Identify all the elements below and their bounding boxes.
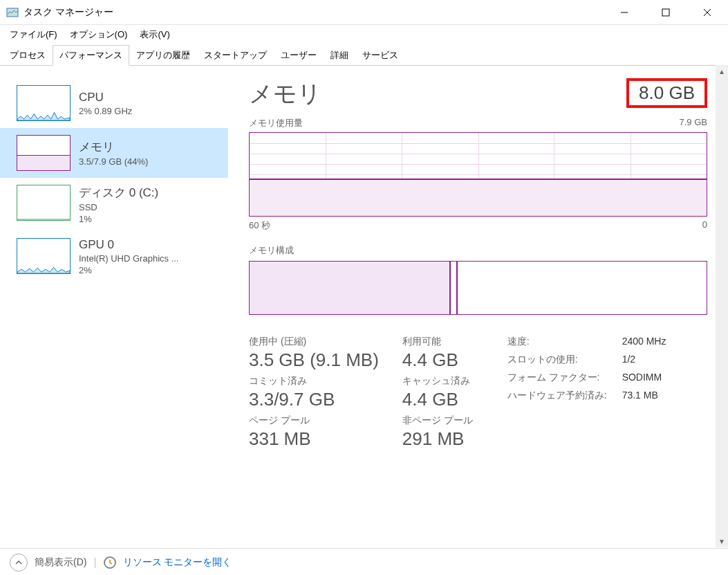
titlebar: タスク マネージャー (0, 0, 728, 25)
chevron-up-icon (15, 558, 23, 567)
menubar: ファイル(F) オプション(O) 表示(V) (0, 25, 728, 44)
memory-composition-chart (249, 261, 707, 315)
tab-performance[interactable]: パフォーマンス (53, 45, 129, 66)
spec-reserved-k: ハードウェア予約済み: (507, 390, 607, 402)
cpu-thumbnail (17, 85, 71, 121)
spec-speed-k: 速度: (507, 336, 607, 348)
tab-services[interactable]: サービス (355, 45, 405, 66)
close-button[interactable] (687, 0, 728, 25)
menu-file[interactable]: ファイル(F) (4, 26, 63, 43)
page-title: メモリ (249, 78, 321, 110)
tab-startup[interactable]: スタートアップ (197, 45, 274, 66)
usage-chart-max: 7.9 GB (680, 117, 707, 129)
disk-thumbnail (17, 185, 71, 221)
stat-cached: キャッシュ済み 4.4 GB (402, 375, 473, 410)
sidebar-memory-sub: 3.5/7.9 GB (44%) (79, 156, 148, 167)
sidebar-memory-name: メモリ (79, 139, 148, 155)
fewer-details-link[interactable]: 簡易表示(D) (35, 556, 86, 569)
sidebar-disk-sub: SSD (79, 202, 158, 212)
scroll-up-icon[interactable]: ▲ (716, 65, 728, 77)
tab-app-history[interactable]: アプリの履歴 (129, 45, 197, 66)
collapse-button[interactable] (10, 554, 28, 572)
spec-form-k: フォーム ファクター: (507, 372, 607, 384)
gpu-thumbnail (17, 238, 71, 274)
composition-label: メモリ構成 (249, 244, 707, 257)
tab-processes[interactable]: プロセス (3, 45, 53, 66)
menu-options[interactable]: オプション(O) (64, 26, 133, 43)
memory-total: 8.0 GB (626, 78, 707, 108)
stat-in-use: 使用中 (圧縮) 3.5 GB (9.1 MB) (249, 336, 379, 371)
axis-right: 0 (702, 219, 707, 232)
tabbar: プロセス パフォーマンス アプリの履歴 スタートアップ ユーザー 詳細 サービス (0, 44, 728, 66)
stat-committed: コミット済み 3.3/9.7 GB (249, 375, 379, 410)
sidebar-disk-name: ディスク 0 (C:) (79, 185, 158, 201)
sidebar-item-cpu[interactable]: CPU 2% 0.89 GHz (0, 78, 228, 128)
sidebar-item-disk[interactable]: ディスク 0 (C:) SSD 1% (0, 178, 228, 231)
sidebar: CPU 2% 0.89 GHz メモリ 3.5/7.9 GB (44%) ディス… (0, 66, 228, 548)
sidebar-cpu-name: CPU (79, 91, 132, 104)
resource-monitor-link[interactable]: リソース モニターを開く (123, 556, 232, 569)
memory-usage-chart (249, 132, 707, 217)
sidebar-gpu-sub: Intel(R) UHD Graphics ... (79, 253, 178, 264)
spec-speed-v: 2400 MHz (622, 336, 666, 348)
footer: 簡易表示(D) | リソース モニターを開く (0, 548, 728, 575)
sidebar-gpu-sub2: 2% (79, 265, 178, 275)
main-panel: メモリ 8.0 GB メモリ使用量 7.9 GB 60 秒 0 メモリ構成 (228, 66, 728, 548)
scrollbar[interactable]: ▲ ▼ (716, 65, 728, 547)
stat-paged: ページ プール 331 MB (249, 414, 379, 450)
menu-view[interactable]: 表示(V) (134, 26, 175, 43)
stat-nonpaged: 非ページ プール 291 MB (402, 414, 473, 450)
spec-slots-k: スロットの使用: (507, 354, 607, 366)
resource-monitor-icon (104, 556, 116, 569)
sidebar-gpu-name: GPU 0 (79, 238, 178, 252)
sidebar-item-gpu[interactable]: GPU 0 Intel(R) UHD Graphics ... 2% (0, 231, 228, 282)
spec-reserved-v: 73.1 MB (622, 390, 666, 402)
tab-users[interactable]: ユーザー (274, 45, 324, 66)
scroll-down-icon[interactable]: ▼ (716, 535, 728, 547)
spec-slots-v: 1/2 (622, 354, 666, 366)
svg-rect-2 (662, 9, 669, 16)
axis-left: 60 秒 (249, 219, 270, 232)
sidebar-cpu-sub: 2% 0.89 GHz (79, 106, 132, 116)
tab-details[interactable]: 詳細 (324, 45, 355, 66)
maximize-button[interactable] (645, 0, 687, 25)
window-title: タスク マネージャー (24, 6, 604, 19)
sidebar-item-memory[interactable]: メモリ 3.5/7.9 GB (44%) (0, 128, 228, 178)
memory-thumbnail (17, 135, 71, 171)
spec-form-v: SODIMM (622, 372, 666, 384)
minimize-button[interactable] (604, 0, 645, 25)
app-icon (6, 6, 19, 19)
stat-available: 利用可能 4.4 GB (402, 336, 473, 371)
usage-chart-label: メモリ使用量 (249, 117, 303, 129)
sidebar-disk-sub2: 1% (79, 214, 158, 224)
